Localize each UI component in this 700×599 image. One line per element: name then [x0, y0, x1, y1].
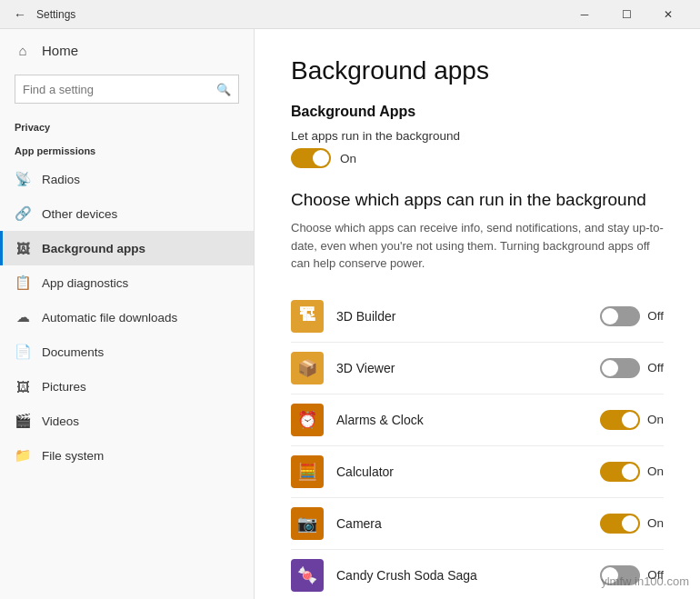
close-button[interactable]: ✕ — [647, 0, 689, 29]
toggle-camera[interactable] — [600, 514, 640, 534]
minimize-button[interactable]: ─ — [564, 0, 605, 29]
sidebar-item-videos[interactable]: 🎬 Videos — [0, 404, 254, 438]
main-toggle-label: On — [340, 152, 356, 165]
sidebar-item-file-system-label: File system — [42, 449, 104, 463]
sidebar-item-background-apps[interactable]: 🖼 Background apps — [0, 231, 254, 265]
app-toggle-row-3d-builder: Off — [600, 306, 664, 326]
sidebar-item-other-devices-label: Other devices — [42, 207, 117, 221]
app-icon-calculator: 🧮 — [291, 455, 324, 488]
sidebar-item-videos-label: Videos — [42, 414, 79, 428]
app-icon-3d-builder: 🏗 — [291, 300, 324, 333]
sidebar-item-file-system[interactable]: 📁 File system — [0, 438, 254, 473]
choose-desc: Choose which apps can receive info, send… — [291, 219, 664, 273]
window-controls: ─ ☐ ✕ — [564, 0, 689, 29]
choose-heading: Choose which apps can run in the backgro… — [291, 190, 664, 210]
main-toggle-row: On — [291, 148, 664, 168]
app-row: 🧮 Calculator On — [291, 446, 664, 498]
app-name-calculator: Calculator — [336, 464, 587, 479]
app-name-camera: Camera — [336, 516, 587, 531]
sidebar-item-automatic-file-downloads[interactable]: ☁ Automatic file downloads — [0, 300, 254, 334]
app-icon-camera: 📷 — [291, 507, 324, 540]
page-title: Background apps — [291, 56, 664, 85]
main-toggle-switch[interactable] — [291, 148, 331, 168]
section-subtitle: Background Apps — [291, 104, 664, 120]
toggle-label-alarms-clock: On — [647, 413, 664, 426]
sidebar-item-app-diagnostics-label: App diagnostics — [42, 276, 128, 290]
sidebar-item-background-apps-label: Background apps — [42, 242, 145, 255]
app-list: 🏗 3D Builder Off 📦 3D Viewer Off ⏰ Alarm… — [291, 291, 664, 600]
sidebar-item-radios-label: Radios — [42, 173, 80, 186]
app-row: 📷 Camera On — [291, 498, 664, 550]
app-name-candy-crush: Candy Crush Soda Saga — [336, 568, 587, 583]
file-system-icon: 📁 — [15, 447, 31, 464]
search-input[interactable] — [23, 83, 211, 96]
sidebar-item-radios[interactable]: 📡 Radios — [0, 162, 254, 196]
app-row: 🍬 Candy Crush Soda Saga Off — [291, 550, 664, 600]
toggle-label-3d-builder: Off — [647, 309, 664, 323]
toggle-label-calculator: On — [647, 464, 664, 478]
title-bar: ← Settings ─ ☐ ✕ — [0, 0, 700, 29]
app-toggle-row-alarms-clock: On — [600, 410, 664, 430]
toggle-3d-viewer[interactable] — [600, 358, 640, 378]
documents-icon: 📄 — [15, 344, 31, 360]
toggle-3d-builder[interactable] — [600, 306, 640, 326]
app-toggle-row-camera: On — [600, 514, 664, 534]
app-toggle-row-calculator: On — [600, 462, 664, 482]
background-apps-icon: 🖼 — [15, 240, 31, 256]
toggle-label-camera: On — [647, 516, 664, 530]
app-row: ⏰ Alarms & Clock On — [291, 394, 664, 446]
videos-icon: 🎬 — [15, 413, 31, 429]
toggle-description: Let apps run in the background — [291, 129, 664, 143]
toggle-alarms-clock[interactable] — [600, 410, 640, 430]
app-name-alarms-clock: Alarms & Clock — [336, 413, 587, 427]
toggle-candy-crush[interactable] — [600, 565, 640, 585]
app-row: 🏗 3D Builder Off — [291, 291, 664, 343]
app-diagnostics-icon: 📋 — [15, 275, 31, 291]
toggle-calculator[interactable] — [600, 462, 640, 482]
app-icon-candy-crush: 🍬 — [291, 559, 324, 592]
privacy-heading: Privacy — [0, 115, 254, 138]
app-toggle-row-candy-crush: Off — [600, 565, 664, 585]
main-container: ⌂ Home 🔍 Privacy App permissions 📡 Radio… — [0, 29, 700, 599]
app-name-3d-builder: 3D Builder — [336, 309, 587, 324]
toggle-label-3d-viewer: Off — [647, 361, 664, 374]
app-toggle-row-3d-viewer: Off — [600, 358, 664, 378]
automatic-file-downloads-icon: ☁ — [15, 309, 31, 325]
sidebar-item-pictures[interactable]: 🖼 Pictures — [0, 369, 254, 404]
content-area: Background apps Background Apps Let apps… — [255, 29, 700, 599]
sidebar-item-app-diagnostics[interactable]: 📋 App diagnostics — [0, 265, 254, 300]
sidebar-search-box[interactable]: 🔍 — [15, 75, 239, 104]
app-name-3d-viewer: 3D Viewer — [336, 361, 587, 375]
sidebar-item-home[interactable]: ⌂ Home — [0, 29, 254, 71]
home-icon: ⌂ — [15, 42, 31, 58]
radios-icon: 📡 — [15, 171, 31, 187]
app-permissions-heading: App permissions — [0, 138, 254, 162]
title-bar-title: Settings — [36, 8, 564, 21]
app-row: 📦 3D Viewer Off — [291, 343, 664, 394]
back-button[interactable]: ← — [11, 5, 29, 24]
other-devices-icon: 🔗 — [15, 205, 31, 222]
toggle-label-candy-crush: Off — [647, 568, 664, 582]
sidebar-item-other-devices[interactable]: 🔗 Other devices — [0, 196, 254, 231]
app-icon-alarms-clock: ⏰ — [291, 404, 324, 436]
app-icon-3d-viewer: 📦 — [291, 352, 324, 384]
sidebar-item-documents[interactable]: 📄 Documents — [0, 334, 254, 369]
search-icon: 🔍 — [216, 83, 231, 96]
home-label: Home — [42, 43, 78, 58]
sidebar: ⌂ Home 🔍 Privacy App permissions 📡 Radio… — [0, 29, 255, 599]
sidebar-item-automatic-file-downloads-label: Automatic file downloads — [42, 311, 177, 324]
maximize-button[interactable]: ☐ — [605, 0, 647, 29]
sidebar-item-pictures-label: Pictures — [42, 380, 86, 394]
pictures-icon: 🖼 — [15, 378, 31, 394]
sidebar-item-documents-label: Documents — [42, 345, 104, 359]
